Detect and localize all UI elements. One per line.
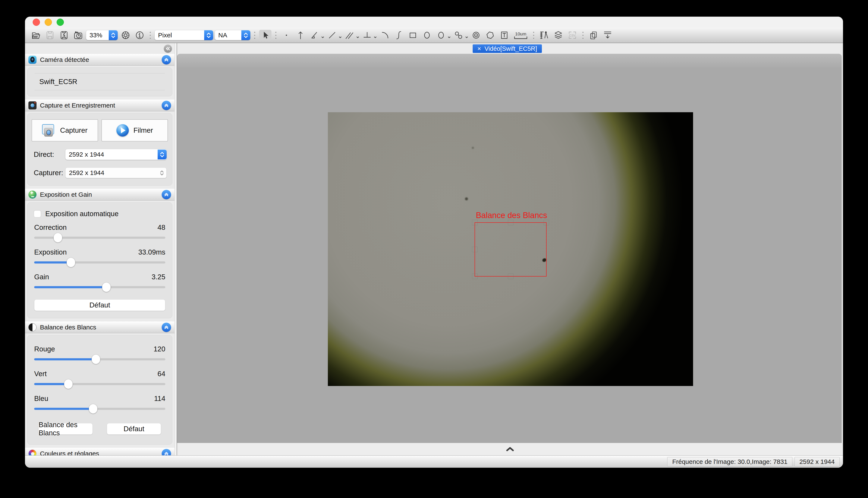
chevron-down-icon[interactable]: [339, 35, 342, 39]
arc-tool-icon[interactable]: [379, 30, 391, 41]
live-resolution-select[interactable]: 2592 x 1944: [65, 149, 167, 160]
stepper-icon[interactable]: [109, 30, 118, 40]
play-orb-icon: [116, 124, 129, 136]
export-merge-icon[interactable]: [601, 30, 614, 41]
video-canvas[interactable]: Balance des Blancs: [177, 54, 842, 443]
wb-roi-rectangle[interactable]: [475, 222, 547, 276]
correction-slider[interactable]: [34, 233, 165, 243]
frame-info-status: Fréquence de l'Image: 30.0,Image: 7831: [667, 457, 792, 467]
sidebar-scrollbar[interactable]: [175, 43, 177, 455]
ellipse-tool-icon[interactable]: [421, 30, 433, 41]
perpendicular-tool-icon[interactable]: [361, 30, 373, 41]
zoom-level-select[interactable]: 33%: [86, 30, 118, 40]
wb-default-button[interactable]: Défaut: [107, 423, 161, 435]
exposure-slider[interactable]: [34, 258, 165, 267]
video-tab[interactable]: × Vidéo[Swift_EC5R]: [473, 44, 542, 53]
live-resolution-label: Direct:: [31, 150, 65, 158]
stepper-icon[interactable]: [157, 168, 166, 178]
point-tool-icon[interactable]: [280, 30, 293, 41]
chevron-down-icon[interactable]: [465, 35, 468, 39]
snapshot-camera-icon[interactable]: [72, 30, 84, 41]
curve-tool-icon[interactable]: [393, 30, 405, 41]
angle-tool-icon[interactable]: [308, 30, 321, 41]
record-button-label: Filmer: [133, 126, 153, 134]
concentric-circles-tool-icon[interactable]: [470, 30, 482, 41]
microscope-live-image[interactable]: Balance des Blancs: [328, 112, 693, 386]
chevron-down-icon[interactable]: [448, 35, 451, 39]
settings-gear-icon[interactable]: [119, 30, 132, 41]
roi-handle[interactable]: [472, 247, 477, 252]
zoom-window-button[interactable]: [56, 18, 64, 26]
na-value: NA: [218, 31, 240, 39]
arrow-tool-icon[interactable]: [294, 30, 307, 41]
toolbar-separator: [150, 32, 151, 39]
close-tab-icon[interactable]: ×: [477, 45, 481, 52]
white-balance-icon: [28, 323, 37, 331]
toolbar: 33% Pixel NA: [25, 28, 843, 43]
roi-handle[interactable]: [472, 274, 477, 279]
rectangle-tool-icon[interactable]: [407, 30, 419, 41]
info-icon[interactable]: [133, 30, 146, 41]
open-folder-icon[interactable]: [30, 30, 42, 41]
green-slider[interactable]: [34, 379, 165, 389]
collapse-section-button[interactable]: [162, 190, 171, 199]
resolution-status: 2592 x 1944: [794, 457, 840, 467]
parallel-lines-tool-icon[interactable]: [343, 30, 356, 41]
chevron-down-icon[interactable]: [321, 35, 324, 39]
stepper-icon[interactable]: [204, 30, 213, 40]
chevron-down-icon[interactable]: [356, 35, 359, 39]
close-window-button[interactable]: [33, 18, 40, 26]
capture-resolution-select[interactable]: 2592 x 1944: [65, 168, 167, 178]
toolbar-separator: [275, 32, 276, 39]
roi-handle[interactable]: [508, 274, 513, 279]
slider-thumb[interactable]: [54, 233, 62, 243]
correction-label: Correction: [34, 223, 67, 232]
line-tool-icon[interactable]: [326, 30, 338, 41]
slider-thumb[interactable]: [64, 379, 73, 389]
bottom-panel-toggle[interactable]: [177, 443, 843, 455]
circle-tool-icon[interactable]: [435, 30, 447, 41]
camera-list-item[interactable]: Swift_EC5R: [35, 73, 165, 90]
gain-label: Gain: [34, 273, 49, 281]
slider-thumb[interactable]: [102, 283, 111, 292]
chevron-down-icon[interactable]: [374, 35, 377, 39]
exposure-box: Exposition automatique Correction 48 Exp…: [27, 202, 173, 318]
caliper-tool-icon[interactable]: [538, 30, 550, 41]
layers-tool-icon[interactable]: [552, 30, 564, 41]
webcam-icon: [28, 56, 37, 64]
collapse-section-button[interactable]: [162, 323, 171, 332]
red-slider[interactable]: [34, 354, 165, 364]
collapse-section-button[interactable]: [162, 449, 171, 455]
roi-handle[interactable]: [544, 220, 549, 225]
auto-exposure-checkbox[interactable]: [34, 210, 41, 218]
scalebar-tool-icon[interactable]: 10um: [512, 30, 529, 41]
save-burst-icon[interactable]: [58, 30, 70, 41]
na-select[interactable]: NA: [215, 30, 250, 40]
sidebar-collapse-button[interactable]: [164, 44, 172, 53]
roi-handle[interactable]: [472, 220, 477, 225]
gain-slider[interactable]: [34, 282, 165, 292]
collapse-section-button[interactable]: [162, 55, 171, 64]
slider-thumb[interactable]: [92, 355, 100, 364]
record-button[interactable]: Filmer: [101, 119, 168, 142]
blue-slider[interactable]: [34, 404, 165, 414]
pointer-tool-icon[interactable]: [259, 30, 271, 41]
polygon-tool-icon[interactable]: [484, 30, 496, 41]
roi-handle[interactable]: [508, 220, 513, 225]
minimize-window-button[interactable]: [44, 18, 52, 26]
collapse-section-button[interactable]: [162, 101, 171, 110]
white-balance-button[interactable]: Balance des Blancs: [38, 423, 93, 435]
slider-thumb[interactable]: [89, 404, 98, 414]
unit-value: Pixel: [158, 31, 203, 39]
stepper-icon[interactable]: [158, 149, 167, 159]
capture-button[interactable]: Capturer: [31, 119, 98, 142]
stepper-icon[interactable]: [241, 30, 250, 40]
exposure-default-button[interactable]: Défaut: [34, 299, 165, 311]
unit-select[interactable]: Pixel: [155, 30, 213, 40]
section-header-capture: Capture et Enregistrement: [25, 100, 175, 112]
section-title: Capture et Enregistrement: [40, 102, 115, 109]
text-tool-icon[interactable]: [498, 30, 510, 41]
slider-thumb[interactable]: [67, 258, 75, 267]
copy-tool-icon[interactable]: [587, 30, 600, 41]
two-circles-tool-icon[interactable]: [452, 30, 465, 41]
